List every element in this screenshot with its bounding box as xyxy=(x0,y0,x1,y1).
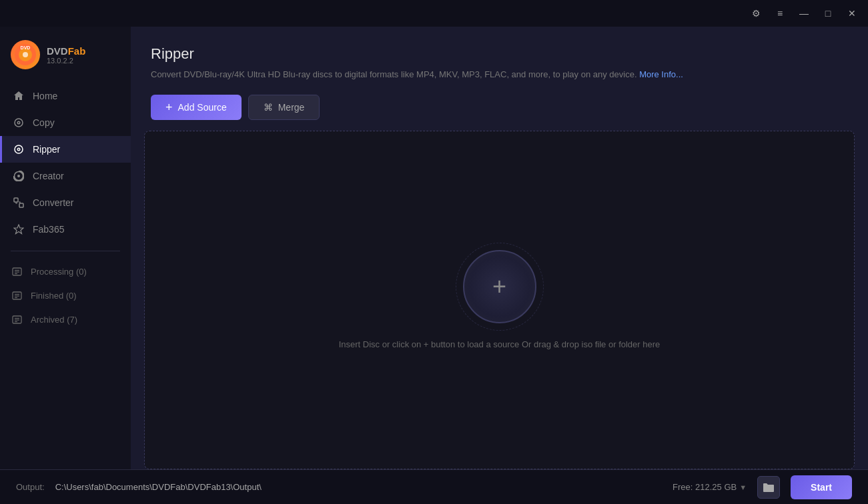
converter-icon xyxy=(13,197,25,209)
processing-icon xyxy=(11,265,23,277)
settings-button[interactable]: ⚙ xyxy=(745,4,767,23)
minimize-button[interactable]: — xyxy=(793,4,815,23)
menu-button[interactable]: ≡ xyxy=(769,4,791,23)
sidebar-item-home[interactable]: Home xyxy=(0,83,131,109)
chevron-down-icon: ▼ xyxy=(739,483,747,491)
sidebar-label-finished: Finished (0) xyxy=(31,291,77,301)
page-description: Convert DVD/Blu-ray/4K Ultra HD Blu-ray … xyxy=(151,68,848,81)
creator-icon xyxy=(13,170,25,182)
window-controls: ⚙ ≡ — □ ✕ xyxy=(745,4,863,23)
ripper-icon xyxy=(13,143,25,155)
svg-point-9 xyxy=(18,149,19,150)
free-space-text: Free: 212.25 GB xyxy=(673,482,737,492)
output-path: C:\Users\fab\Documents\DVDFab\DVDFab13\O… xyxy=(55,482,662,492)
svg-rect-11 xyxy=(14,198,18,202)
home-icon xyxy=(13,90,25,102)
finished-icon xyxy=(11,289,23,301)
folder-button[interactable] xyxy=(757,476,780,499)
sidebar-item-copy[interactable]: Copy xyxy=(0,109,131,136)
svg-point-2 xyxy=(23,52,28,57)
start-button[interactable]: Start xyxy=(791,475,852,499)
sidebar-label-converter: Converter xyxy=(33,197,73,208)
title-bar: ⚙ ≡ — □ ✕ xyxy=(0,0,868,27)
main-layout: DVD DVDFab 13.0.2.2 Home xyxy=(0,27,868,469)
svg-point-6 xyxy=(18,122,19,123)
add-source-button[interactable]: + Add Source xyxy=(151,95,242,120)
page-title: Ripper xyxy=(151,45,848,63)
maximize-button[interactable]: □ xyxy=(817,4,839,23)
output-label: Output: xyxy=(16,482,45,492)
close-button[interactable]: ✕ xyxy=(841,4,863,23)
archived-icon xyxy=(11,313,23,325)
sidebar-label-fab365: Fab365 xyxy=(33,224,64,235)
add-source-plus-icon: + xyxy=(165,101,173,113)
sidebar-label-home: Home xyxy=(33,91,57,101)
sidebar-item-finished[interactable]: Finished (0) xyxy=(0,283,131,307)
drop-zone-text: Insert Disc or click on + button to load… xyxy=(339,339,661,349)
sidebar-item-processing[interactable]: Processing (0) xyxy=(0,259,131,283)
merge-button[interactable]: ⌘ Merge xyxy=(248,95,320,120)
svg-rect-12 xyxy=(19,203,23,207)
logo-brand: DVDFab xyxy=(47,45,85,57)
sidebar-item-archived[interactable]: Archived (7) xyxy=(0,307,131,331)
copy-icon xyxy=(13,117,25,129)
content-area: Ripper Convert DVD/Blu-ray/4K Ultra HD B… xyxy=(131,27,868,469)
sidebar-label-copy: Copy xyxy=(33,117,55,128)
sidebar-item-fab365[interactable]: Fab365 xyxy=(0,216,131,243)
sidebar-label-ripper: Ripper xyxy=(33,144,60,155)
drop-zone[interactable]: + Insert Disc or click on + button to lo… xyxy=(144,131,855,470)
app-version: 13.0.2.2 xyxy=(47,57,85,65)
logo-icon: DVD xyxy=(11,40,40,69)
sidebar: DVD DVDFab 13.0.2.2 Home xyxy=(0,27,131,469)
more-info-link[interactable]: More Info... xyxy=(639,69,683,79)
sidebar-item-creator[interactable]: Creator xyxy=(0,163,131,189)
svg-text:DVD: DVD xyxy=(21,45,31,50)
add-circle[interactable]: + xyxy=(463,250,536,323)
add-source-label: Add Source xyxy=(178,102,227,113)
sidebar-item-converter[interactable]: Converter xyxy=(0,189,131,216)
toolbar: + Add Source ⌘ Merge xyxy=(131,95,868,131)
add-circle-plus-icon: + xyxy=(492,275,506,299)
description-text: Convert DVD/Blu-ray/4K Ultra HD Blu-ray … xyxy=(151,69,637,79)
content-header: Ripper Convert DVD/Blu-ray/4K Ultra HD B… xyxy=(131,27,868,95)
app-logo: DVD DVDFab 13.0.2.2 xyxy=(0,35,131,83)
sidebar-label-creator: Creator xyxy=(33,171,64,181)
sidebar-divider xyxy=(11,251,120,251)
svg-marker-13 xyxy=(14,225,23,234)
fab365-icon xyxy=(13,223,25,235)
svg-point-10 xyxy=(17,175,20,177)
sidebar-label-archived: Archived (7) xyxy=(31,315,77,325)
merge-label: Merge xyxy=(278,102,305,113)
logo-text: DVDFab 13.0.2.2 xyxy=(47,45,85,65)
bottom-bar: Output: C:\Users\fab\Documents\DVDFab\DV… xyxy=(0,469,868,504)
sidebar-label-processing: Processing (0) xyxy=(31,267,87,277)
sidebar-item-ripper[interactable]: Ripper xyxy=(0,136,131,163)
free-space[interactable]: Free: 212.25 GB ▼ xyxy=(673,482,747,492)
merge-icon: ⌘ xyxy=(264,102,273,113)
